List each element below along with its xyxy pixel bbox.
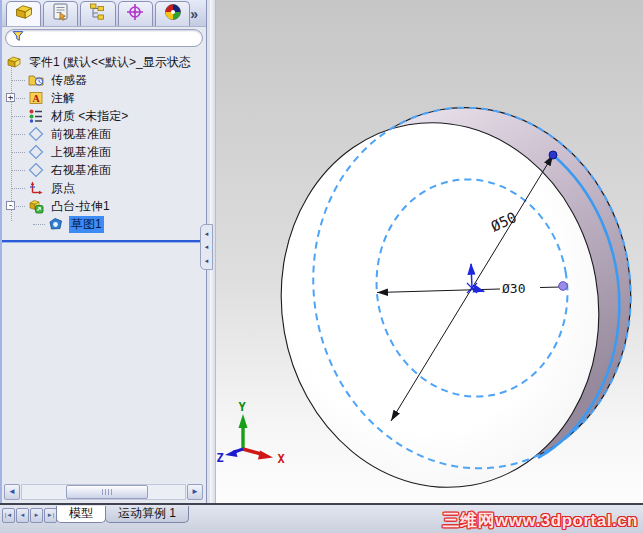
tree-item-part-root[interactable]: 零件1 (默认<<默认>_显示状态 [2,53,206,71]
plane-icon [28,126,45,142]
tab-dimxpertmanager[interactable] [118,1,153,26]
tree-root-label: 零件1 (默认<<默认>_显示状态 [27,54,193,71]
filter-row [2,27,206,49]
boss-extrude-icon [28,198,45,214]
tree-item-origin[interactable]: 原点 [2,179,206,197]
tree-item-top-plane[interactable]: 上视基准面 [2,143,206,161]
triad-y-label: Y [238,400,246,414]
tree-item-front-plane[interactable]: 前视基准面 [2,125,206,143]
sketch-icon [48,216,65,232]
filter-input[interactable] [5,29,203,47]
displaymanager-icon [163,2,183,26]
panel-tabbar: » [2,0,206,27]
sketch-point-d30[interactable] [559,282,568,291]
svg-text:A: A [32,93,40,104]
configurationmanager-icon [88,2,108,26]
orientation-triad: Y X Z [216,400,285,466]
featuremanager-part-icon [14,2,34,26]
filter-funnel-icon [11,29,25,47]
triad-x-axis [243,449,261,454]
tabbar-overflow-chevron[interactable]: » [190,6,206,26]
triad-x-label: X [277,452,285,466]
dim30-label[interactable]: Ø30 [502,281,525,296]
collapse-arrow-icon: ◂ [205,254,209,267]
tab-motion-study-1[interactable]: 运动算例 1 [105,506,189,523]
plane-icon [28,144,45,160]
triad-z-label: Z [216,451,223,465]
model-canvas[interactable]: Ø50 Ø30 Y X [213,0,643,502]
featuremanager-panel: » 零件1 (默认<<默认>_显示状态 传感器 + A [0,0,207,503]
triad-z-arrowhead [225,450,238,458]
tab-featuremanager[interactable] [6,1,41,26]
propertymanager-icon [51,2,71,26]
triad-y-arrowhead [239,414,248,428]
tree-item-material[interactable]: 材质 <未指定> [2,107,206,125]
scroll-left-button[interactable]: ◄ [4,484,20,500]
prev-tab-button[interactable]: ◄ [16,508,29,523]
tab-displaymanager[interactable] [155,1,190,26]
collapse-arrow-icon: ◂ [205,240,209,253]
first-tab-button[interactable]: |◄ [2,508,15,523]
rollback-bar[interactable] [2,240,206,242]
scroll-right-button[interactable]: ► [187,484,203,500]
plane-icon [28,162,45,178]
tree-item-annotations[interactable]: + A 注解 [2,89,206,107]
selected-tree-label: 草图1 [69,216,104,233]
material-icon [28,108,45,124]
part-icon [6,54,23,70]
solidworks-window: » 零件1 (默认<<默认>_显示状态 传感器 + A [0,0,643,533]
panel-horizontal-scrollbar[interactable]: ◄ ► [4,484,203,500]
feature-tree: 零件1 (默认<<默认>_显示状态 传感器 + A 注解 材质 <未指定> [2,49,206,242]
bottom-bar: |◄ ◄ ► ►| 模型 运动算例 1 三维网www.3dportal.cn [0,503,643,533]
origin-icon [28,180,45,196]
tree-item-sketch1[interactable]: 草图1 [2,215,206,233]
sensors-icon [28,72,45,88]
document-tabs: 模型 运动算例 1 [57,506,189,523]
tab-configurationmanager[interactable] [80,1,115,26]
next-tab-button[interactable]: ► [30,508,43,523]
tree-item-sensors[interactable]: 传感器 [2,71,206,89]
panel-collapse-handle[interactable]: ◂ ◂ ◂ [200,224,213,270]
annotations-icon: A [28,90,45,106]
dimxpertmanager-icon [125,2,145,26]
sketch-point-d50[interactable] [549,151,557,159]
scroll-track[interactable] [21,484,186,500]
graphics-viewport[interactable]: Ø50 Ø30 Y X [216,0,643,503]
watermark: 三维网www.3dportal.cn [443,509,638,532]
tab-nav-buttons: |◄ ◄ ► ►| [2,508,57,523]
dim30-line-right[interactable] [540,287,561,288]
tree-item-right-plane[interactable]: 右视基准面 [2,161,206,179]
tab-propertymanager[interactable] [43,1,78,26]
tab-model[interactable]: 模型 [56,506,106,523]
scroll-thumb[interactable] [66,485,148,499]
triad-x-arrowhead [258,451,273,460]
tree-item-boss-extrude1[interactable]: - 凸台-拉伸1 [2,197,206,215]
collapse-arrow-icon: ◂ [205,227,209,240]
